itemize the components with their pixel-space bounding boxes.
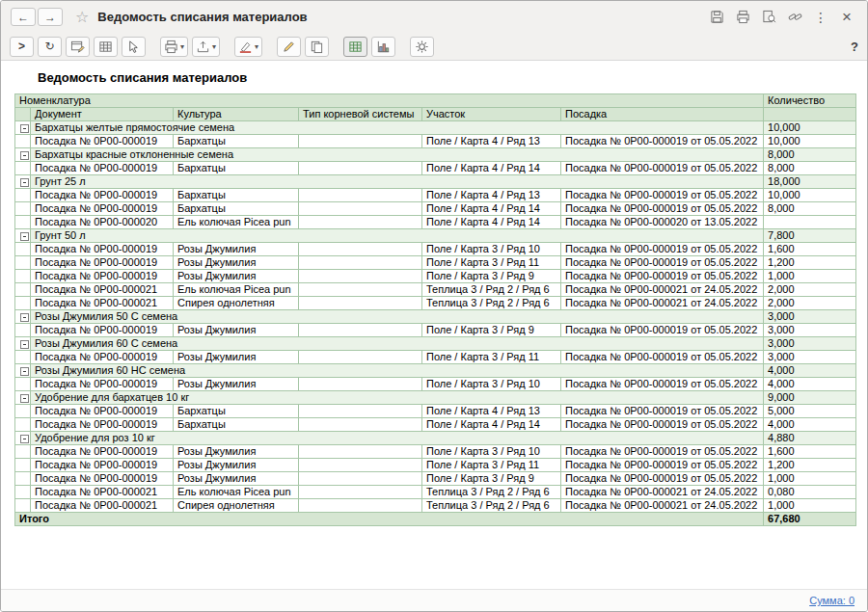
cell-culture[interactable]: Розы Джумилия bbox=[174, 351, 299, 364]
help-button[interactable]: ? bbox=[851, 40, 858, 54]
collapse-toggle-icon[interactable] bbox=[20, 124, 29, 133]
cell-culture[interactable]: Бархатцы bbox=[174, 162, 299, 175]
cell-planting[interactable]: Посадка № 0Р00-000021 от 24.05.2022 bbox=[561, 297, 764, 310]
cell-root-type[interactable] bbox=[299, 499, 422, 513]
header-nomenclature[interactable]: Номенклатура bbox=[15, 94, 764, 108]
cell-root-type[interactable] bbox=[299, 202, 422, 216]
group-name-cell[interactable]: Удобрение для роз 10 кг bbox=[31, 432, 764, 445]
cell-quantity[interactable]: 4,000 bbox=[764, 378, 856, 391]
header-plot[interactable]: Участок bbox=[422, 108, 561, 121]
header-root-type[interactable]: Тип корневой системы bbox=[299, 108, 422, 121]
collapse-toggle-icon[interactable] bbox=[20, 340, 29, 349]
group-row[interactable]: Грунт 50 л7,800 bbox=[15, 229, 856, 243]
close-button[interactable]: × bbox=[836, 8, 857, 27]
cell-culture[interactable]: Розы Джумилия bbox=[174, 472, 299, 486]
back-button[interactable]: ← bbox=[11, 8, 36, 26]
refresh-button[interactable]: ↻ bbox=[38, 37, 62, 57]
cell-root-type[interactable] bbox=[299, 162, 422, 175]
cell-plot[interactable]: Поле / Карта 4 / Ряд 13 bbox=[422, 135, 561, 148]
group-row[interactable]: Грунт 25 л18,000 bbox=[15, 175, 856, 189]
cell-planting[interactable]: Посадка № 0Р00-000019 от 05.05.2022 bbox=[561, 162, 764, 175]
group-row[interactable]: Бархатцы красные отклоненные семена8,000 bbox=[15, 148, 856, 162]
group-quantity-cell[interactable]: 8,000 bbox=[764, 148, 856, 162]
cell-plot[interactable]: Поле / Карта 4 / Ряд 13 bbox=[422, 189, 561, 202]
cell-root-type[interactable] bbox=[299, 445, 422, 459]
table-row[interactable]: Посадка № 0Р00-000019Розы ДжумилияПоле /… bbox=[15, 445, 856, 459]
group-row[interactable]: Бархатцы желтые прямостоячие семена10,00… bbox=[15, 121, 856, 135]
collapse-toggle-icon[interactable] bbox=[20, 151, 29, 160]
cell-root-type[interactable] bbox=[299, 216, 422, 229]
group-name-cell[interactable]: Бархатцы желтые прямостоячие семена bbox=[31, 121, 764, 135]
cell-planting[interactable]: Посадка № 0Р00-000019 от 05.05.2022 bbox=[561, 243, 764, 256]
cell-root-type[interactable] bbox=[299, 418, 422, 432]
group-row[interactable]: Розы Джумилия 50 С семена3,000 bbox=[15, 310, 856, 324]
cell-quantity[interactable]: 1,600 bbox=[764, 243, 856, 256]
table-row[interactable]: Посадка № 0Р00-000019БархатцыПоле / Карт… bbox=[15, 162, 856, 175]
group-quantity-cell[interactable]: 10,000 bbox=[764, 121, 856, 135]
group-name-cell[interactable]: Бархатцы красные отклоненные семена bbox=[31, 148, 764, 162]
table-row[interactable]: Посадка № 0Р00-000019Розы ДжумилияПоле /… bbox=[15, 243, 856, 256]
cell-plot[interactable]: Поле / Карта 3 / Ряд 11 bbox=[422, 459, 561, 472]
more-menu-button[interactable]: ⋮ bbox=[810, 8, 831, 27]
cell-document[interactable]: Посадка № 0Р00-000019 bbox=[31, 162, 174, 175]
variants-table-button[interactable] bbox=[94, 37, 118, 57]
table-row[interactable]: Посадка № 0Р00-000019Розы ДжумилияПоле /… bbox=[15, 378, 856, 391]
cell-root-type[interactable] bbox=[299, 472, 422, 486]
preview-button[interactable] bbox=[758, 8, 779, 27]
group-quantity-cell[interactable]: 18,000 bbox=[764, 175, 856, 189]
group-row[interactable]: Розы Джумилия 60 С семена3,000 bbox=[15, 337, 856, 351]
cell-quantity[interactable]: 1,200 bbox=[764, 256, 856, 270]
total-quantity-cell[interactable]: 67,680 bbox=[764, 513, 856, 526]
collapse-toggle-icon[interactable] bbox=[20, 178, 29, 187]
cell-root-type[interactable] bbox=[299, 324, 422, 337]
cell-document[interactable]: Посадка № 0Р00-000021 bbox=[31, 499, 174, 513]
header-document[interactable]: Документ bbox=[31, 108, 174, 121]
cell-plot[interactable]: Поле / Карта 3 / Ряд 11 bbox=[422, 351, 561, 364]
cell-culture[interactable]: Спирея однолетняя bbox=[174, 499, 299, 513]
cell-plot[interactable]: Поле / Карта 4 / Ряд 14 bbox=[422, 418, 561, 432]
table-row[interactable]: Посадка № 0Р00-000021Ель колючая Picea p… bbox=[15, 486, 856, 499]
cell-document[interactable]: Посадка № 0Р00-000019 bbox=[31, 351, 174, 364]
table-row[interactable]: Посадка № 0Р00-000021Спирея однолетняяТе… bbox=[15, 297, 856, 310]
cell-plot[interactable]: Поле / Карта 3 / Ряд 9 bbox=[422, 472, 561, 486]
cell-plot[interactable]: Теплица 3 / Ряд 2 / Ряд 6 bbox=[422, 283, 561, 297]
table-row[interactable]: Посадка № 0Р00-000019Розы ДжумилияПоле /… bbox=[15, 270, 856, 283]
grid-view-button[interactable] bbox=[343, 37, 367, 57]
cell-quantity[interactable]: 1,600 bbox=[764, 445, 856, 459]
cell-plot[interactable]: Поле / Карта 4 / Ряд 14 bbox=[422, 216, 561, 229]
cell-document[interactable]: Посадка № 0Р00-000019 bbox=[31, 418, 174, 432]
table-row[interactable]: Посадка № 0Р00-000020Ель колючая Picea p… bbox=[15, 216, 856, 229]
total-row[interactable]: Итого67,680 bbox=[15, 513, 856, 526]
cell-quantity[interactable]: 10,000 bbox=[764, 189, 856, 202]
cell-root-type[interactable] bbox=[299, 459, 422, 472]
cell-culture[interactable]: Ель колючая Picea pun bbox=[174, 216, 299, 229]
cell-quantity[interactable]: 0,080 bbox=[764, 486, 856, 499]
cell-root-type[interactable] bbox=[299, 135, 422, 148]
cell-planting[interactable]: Посадка № 0Р00-000020 от 13.05.2022 bbox=[561, 216, 764, 229]
cell-document[interactable]: Посадка № 0Р00-000019 bbox=[31, 135, 174, 148]
settings-button[interactable] bbox=[410, 37, 434, 57]
cell-plot[interactable]: Теплица 3 / Ряд 2 / Ряд 6 bbox=[422, 486, 561, 499]
save-button[interactable] bbox=[706, 8, 727, 27]
group-name-cell[interactable]: Розы Джумилия 60 НС семена bbox=[31, 364, 764, 378]
copy-button[interactable] bbox=[305, 37, 329, 57]
cell-root-type[interactable] bbox=[299, 405, 422, 418]
select-mode-button[interactable] bbox=[122, 37, 146, 57]
group-row[interactable]: Розы Джумилия 60 НС семена4,000 bbox=[15, 364, 856, 378]
cell-culture[interactable]: Бархатцы bbox=[174, 189, 299, 202]
cell-document[interactable]: Посадка № 0Р00-000019 bbox=[31, 324, 174, 337]
cell-planting[interactable]: Посадка № 0Р00-000019 от 05.05.2022 bbox=[561, 445, 764, 459]
cell-planting[interactable]: Посадка № 0Р00-000019 от 05.05.2022 bbox=[561, 202, 764, 216]
table-row[interactable]: Посадка № 0Р00-000019БархатцыПоле / Карт… bbox=[15, 418, 856, 432]
cell-culture[interactable]: Розы Джумилия bbox=[174, 445, 299, 459]
cell-culture[interactable]: Ель колючая Picea pun bbox=[174, 486, 299, 499]
get-link-button[interactable] bbox=[784, 8, 805, 27]
collapse-toggle-icon[interactable] bbox=[20, 394, 29, 403]
cell-quantity[interactable]: 5,000 bbox=[764, 405, 856, 418]
cell-document[interactable]: Посадка № 0Р00-000019 bbox=[31, 472, 174, 486]
cell-root-type[interactable] bbox=[299, 243, 422, 256]
cell-document[interactable]: Посадка № 0Р00-000021 bbox=[31, 297, 174, 310]
table-row[interactable]: Посадка № 0Р00-000021Спирея однолетняяТе… bbox=[15, 499, 856, 513]
cell-culture[interactable]: Розы Джумилия bbox=[174, 256, 299, 270]
cell-root-type[interactable] bbox=[299, 256, 422, 270]
